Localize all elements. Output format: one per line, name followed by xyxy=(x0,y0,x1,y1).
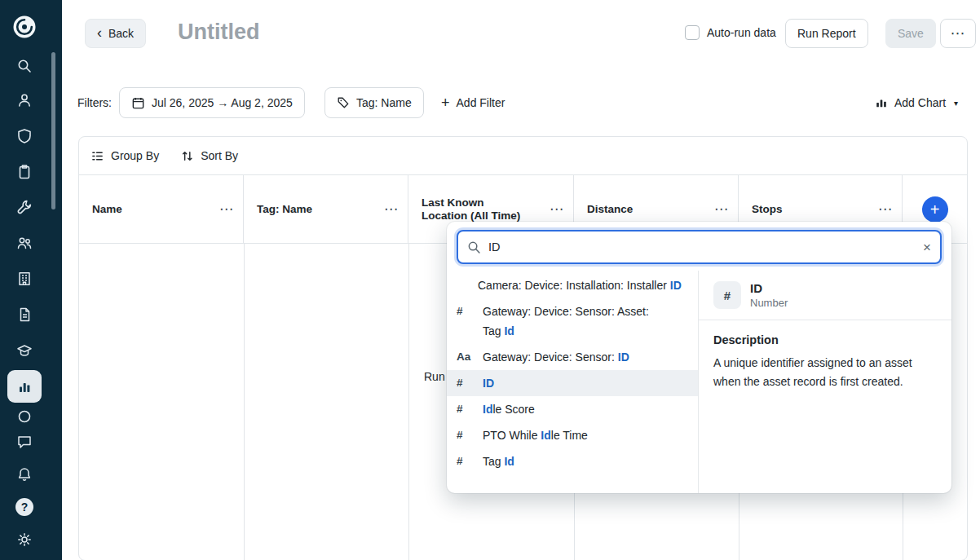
run-report-button[interactable]: Run Report xyxy=(785,19,868,48)
field-detail-type: Number xyxy=(750,297,788,309)
field-result-item[interactable]: # Tag Id xyxy=(447,448,698,474)
column-menu-icon[interactable]: ⋯ xyxy=(550,202,563,216)
chevron-left-icon: ‹ xyxy=(97,25,102,40)
search-icon xyxy=(467,240,481,254)
field-result-item[interactable]: # Idle Score xyxy=(447,396,698,422)
number-field-icon: # xyxy=(457,399,475,419)
column-menu-icon[interactable]: ⋯ xyxy=(714,202,728,216)
column-label: Tag: Name xyxy=(257,203,312,216)
circle-icon xyxy=(16,408,33,425)
field-result-text: Gateway: Device: Sensor: Asset: Tag Id xyxy=(483,302,665,341)
description-title: Description xyxy=(713,333,937,346)
column-menu-icon[interactable]: ⋯ xyxy=(219,202,233,216)
save-button[interactable]: Save xyxy=(885,19,936,48)
sidebar-item-search[interactable] xyxy=(7,50,42,82)
sidebar-item-alerts[interactable] xyxy=(7,458,42,491)
date-range-filter[interactable]: Jul 26, 2025 → Aug 2, 2025 xyxy=(119,87,305,118)
clipboard-icon xyxy=(16,164,33,180)
ellipsis-icon: ⋯ xyxy=(951,26,966,41)
field-detail-header: # ID Number xyxy=(699,271,951,320)
app-logo[interactable] xyxy=(7,11,42,43)
field-detail-description: Description A unique identifier assigned… xyxy=(699,320,951,404)
logo-icon xyxy=(12,15,37,39)
sidebar-item-settings[interactable] xyxy=(7,523,42,556)
gear-icon xyxy=(16,531,33,548)
tag-filter-label: Tag: Name xyxy=(356,96,412,109)
sidebar-item-training[interactable] xyxy=(7,334,42,367)
sidebar-item-documents[interactable] xyxy=(7,298,42,331)
add-chart-label: Add Chart xyxy=(894,96,946,109)
tag-filter[interactable]: Tag: Name xyxy=(324,87,424,118)
number-field-icon: # xyxy=(457,426,475,445)
auto-run-toggle[interactable]: Auto-run data xyxy=(685,25,776,40)
sidebar-scrollbar[interactable] xyxy=(51,52,55,209)
help-icon: ? xyxy=(15,498,33,516)
sidebar-item-safety[interactable] xyxy=(7,120,42,152)
tag-icon xyxy=(337,96,350,109)
field-result-item[interactable]: Aa Gateway: Device: Sensor: ID xyxy=(447,344,698,370)
date-range-label: Jul 26, 2025 → Aug 2, 2025 xyxy=(152,96,293,109)
bar-chart-icon xyxy=(16,378,33,395)
field-search-popover: × Camera: Device: Installation: Installe… xyxy=(447,222,951,493)
column-label: Name xyxy=(92,203,122,216)
group-by-button[interactable]: Group By xyxy=(90,149,159,163)
sidebar-item-compliance[interactable] xyxy=(7,156,42,188)
shield-icon xyxy=(16,128,33,144)
driver-icon xyxy=(16,92,33,108)
sort-icon xyxy=(180,149,194,163)
text-field-icon: Aa xyxy=(457,347,475,367)
more-options-button[interactable]: ⋯ xyxy=(940,19,976,48)
field-result-text: Gateway: Device: Sensor: ID xyxy=(483,347,629,367)
field-search-results-panel: Camera: Device: Installation: Installer … xyxy=(447,271,951,493)
empty-state-text: Run xyxy=(424,370,445,383)
sidebar-item-messages[interactable] xyxy=(7,426,42,458)
column-menu-icon[interactable]: ⋯ xyxy=(384,202,398,216)
sidebar-item-reports[interactable] xyxy=(7,370,42,403)
add-chart-button[interactable]: Add Chart ▾ xyxy=(863,87,969,118)
save-label: Save xyxy=(898,27,924,40)
column-divider xyxy=(408,244,409,560)
field-result-item[interactable]: Camera: Device: Installation: Installer … xyxy=(447,272,698,298)
column-divider xyxy=(244,244,245,560)
add-filter-label: Add Filter xyxy=(457,96,505,109)
field-search-input[interactable] xyxy=(488,240,916,254)
field-detail-name: ID xyxy=(750,281,788,295)
number-field-icon: # xyxy=(457,452,475,471)
group-by-icon xyxy=(90,149,104,163)
sidebar-item-drivers[interactable] xyxy=(7,84,42,117)
column-label: Stops xyxy=(752,203,783,216)
caret-down-icon: ▾ xyxy=(954,99,958,108)
calendar-icon xyxy=(131,96,145,110)
page-title: Untitled xyxy=(178,20,260,45)
field-results-list: Camera: Device: Installation: Installer … xyxy=(447,271,699,493)
people-icon xyxy=(16,235,33,251)
column-label: Distance xyxy=(587,203,633,216)
field-result-text: ID xyxy=(483,373,494,393)
graduation-cap-icon xyxy=(16,342,33,359)
back-button[interactable]: ‹ Back xyxy=(85,19,146,48)
add-filter-button[interactable]: + Add Filter xyxy=(430,87,516,118)
field-detail-panel: # ID Number Description A unique identif… xyxy=(699,271,951,493)
description-text: A unique identifier assigned to an asset… xyxy=(713,354,935,391)
table-toolbar: Group By Sort By xyxy=(79,137,967,175)
number-field-icon: # xyxy=(713,281,741,309)
clear-search-icon[interactable]: × xyxy=(923,240,931,254)
field-result-item-selected[interactable]: # ID xyxy=(447,370,698,396)
run-report-label: Run Report xyxy=(797,27,856,40)
back-label: Back xyxy=(108,27,134,40)
auto-run-checkbox[interactable] xyxy=(685,25,700,40)
sort-by-button[interactable]: Sort By xyxy=(180,149,238,163)
sidebar-item-team[interactable] xyxy=(7,227,42,259)
chart-icon xyxy=(875,96,888,109)
number-field-icon: # xyxy=(457,373,475,393)
column-label: Last Known Location (All Time) xyxy=(422,196,524,223)
sidebar-item-maintenance[interactable] xyxy=(7,191,42,223)
sidebar-item-sites[interactable] xyxy=(7,262,42,295)
field-result-text: PTO While Idle Time xyxy=(483,426,588,445)
sidebar-item-help[interactable]: ? xyxy=(7,491,42,523)
column-menu-icon[interactable]: ⋯ xyxy=(878,202,892,216)
add-column-button[interactable]: + xyxy=(922,196,948,223)
field-result-item[interactable]: # Gateway: Device: Sensor: Asset: Tag Id xyxy=(447,298,698,344)
wrench-icon xyxy=(16,199,33,215)
field-result-item[interactable]: # PTO While Idle Time xyxy=(447,422,698,448)
